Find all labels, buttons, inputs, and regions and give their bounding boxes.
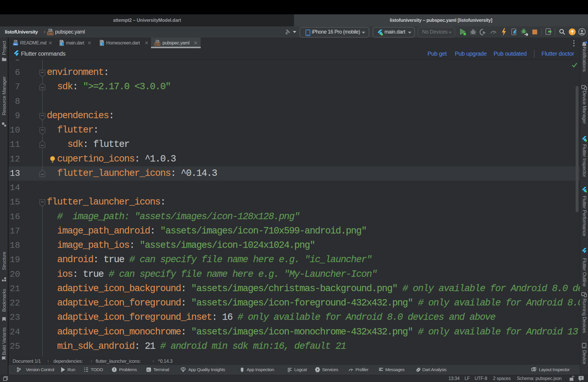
svg-text:YML: YML [48, 32, 53, 35]
svg-text:MD: MD [14, 43, 18, 46]
svg-text:YML: YML [155, 43, 160, 46]
